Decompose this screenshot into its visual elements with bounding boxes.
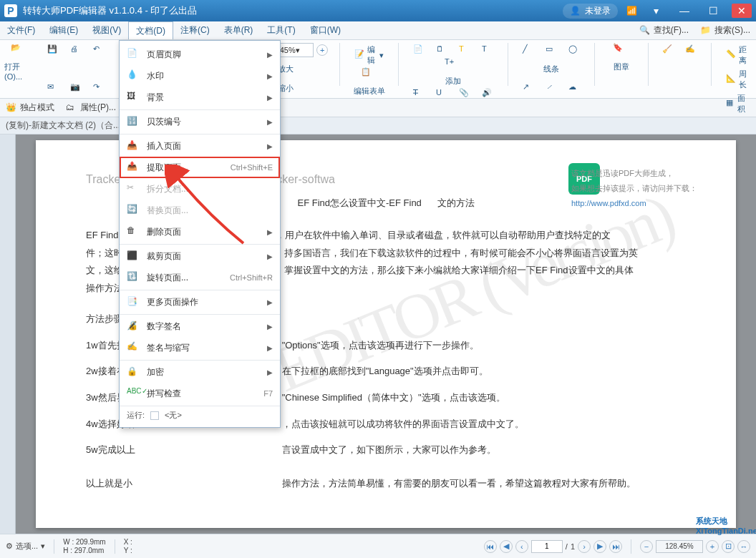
menu-item-sign-initials[interactable]: ✍ 签名与缩写 ▶	[120, 337, 280, 358]
menu-view[interactable]: 视图(V)	[85, 21, 128, 39]
shape-rect[interactable]: ▭	[543, 43, 560, 57]
menu-bar: 文件(F) 编辑(E) 视图(V) 文档(D) 注释(C) 表单(R) 工具(T…	[0, 21, 756, 40]
gear-icon: ⚙	[6, 542, 13, 551]
chevron-right-icon: ▶	[267, 323, 273, 331]
menu-edit[interactable]: 编辑(E)	[42, 21, 85, 39]
add-tool-button[interactable]: T+ 添加	[410, 57, 496, 87]
menu-window[interactable]: 窗口(W)	[303, 21, 348, 39]
options-button[interactable]: ⚙ 选项... ▾	[6, 541, 45, 552]
menu-item-background[interactable]: 🖼 背景 ▶	[120, 87, 280, 108]
zoom-in-btn[interactable]: +	[706, 540, 719, 553]
maximize-button[interactable]: ☐	[703, 4, 723, 18]
menu-item-replace-page[interactable]: 🔄 替换页面...	[120, 200, 280, 221]
close-button[interactable]: ✕	[732, 4, 752, 18]
perimeter-button[interactable]: 📐周长	[723, 67, 752, 92]
edit-form-button[interactable]: 📋 编辑表单	[352, 67, 387, 97]
scan-button[interactable]: 📷	[67, 81, 84, 95]
cloud-icon: ☁	[568, 82, 580, 94]
eraser-icon: 🧹	[662, 44, 674, 56]
tool-typewriter[interactable]: T	[479, 43, 496, 57]
menu-item-insert-page[interactable]: 📥 插入页面 ▶	[120, 134, 280, 157]
exclusive-mode-button[interactable]: 👑 独占模式	[6, 102, 54, 114]
shape-arrow[interactable]: ↗	[520, 81, 537, 95]
minimize-button[interactable]: —	[674, 4, 694, 18]
fit-page-btn[interactable]: ⊡	[722, 540, 735, 553]
eraser-button[interactable]: 🧹	[659, 43, 677, 57]
edit-icon: 📝	[354, 49, 364, 61]
chevron-right-icon: ▶	[267, 253, 273, 260]
menu-item-split-doc[interactable]: ✂ 拆分文档...	[120, 178, 280, 200]
stamp-button[interactable]: 🔖 图章	[606, 43, 636, 72]
tool-note[interactable]: 🗒	[433, 43, 450, 57]
email-button[interactable]: ✉	[44, 81, 62, 95]
menu-item-delete-page[interactable]: 🗑 删除页面 ▶	[120, 221, 280, 243]
search-button[interactable]: 📁 搜索(S)...	[694, 21, 756, 39]
shape-polyline[interactable]: ⟋	[543, 81, 560, 95]
wifi-icon: 📶	[626, 6, 637, 16]
menu-item-encrypt[interactable]: 🔒 加密 ▶	[120, 360, 280, 383]
menu-item-more-pages[interactable]: 📑 更多页面操作 ▶	[120, 290, 280, 313]
page-current-input[interactable]	[531, 540, 563, 553]
menu-document[interactable]: 文档(D)	[128, 21, 173, 39]
find-button[interactable]: 🔍 查找(F)...	[634, 21, 694, 39]
nav-prev[interactable]: ◀	[500, 540, 513, 553]
area-icon: ▦	[726, 98, 735, 109]
redo-button[interactable]: ↷	[90, 81, 107, 95]
zoom-in-round[interactable]: +	[316, 44, 328, 56]
tool-strikeout[interactable]: T̶	[410, 87, 427, 101]
shape-cloud[interactable]: ☁	[566, 81, 583, 95]
user-login[interactable]: 👤 未登录	[563, 4, 618, 19]
folder-open-icon: 📂	[11, 43, 28, 60]
nav-last[interactable]: ⏭	[609, 540, 622, 553]
zoom-display[interactable]: 128.45%	[656, 540, 703, 553]
sign-initials-icon: ✍	[127, 341, 140, 354]
chevron-down-icon: ▾	[41, 542, 45, 551]
tool-underline[interactable]: U	[433, 87, 450, 101]
distance-button[interactable]: 📏距离	[723, 43, 752, 67]
signature-button[interactable]: ✍	[682, 43, 699, 57]
tool-highlight[interactable]: T	[456, 43, 473, 57]
menu-item-extract-page[interactable]: 📤 提取页面... Ctrl+Shift+E	[120, 157, 280, 178]
edit-content-button[interactable]: 📝编辑 ▾	[352, 43, 387, 67]
extract-page-icon: 📤	[127, 161, 140, 174]
open-button[interactable]: 📂 打开(O)...	[4, 43, 34, 81]
generator-link[interactable]: http://www.pdfxd.com	[571, 199, 646, 207]
menu-file[interactable]: 文件(F)	[0, 21, 42, 39]
strikeout-icon: T̶	[413, 88, 425, 99]
shape-line[interactable]: ╱	[520, 43, 537, 57]
tool-text[interactable]: 📄	[410, 43, 427, 57]
menu-item-spellcheck[interactable]: ABC✓ 拼写检查 F7	[120, 383, 280, 404]
email-icon: ✉	[47, 82, 59, 94]
lines-button[interactable]: 线条	[520, 64, 583, 74]
tool-attach[interactable]: 📎	[456, 87, 473, 101]
menu-form[interactable]: 表单(R)	[217, 21, 261, 39]
undo-button[interactable]: ↶	[90, 43, 107, 57]
title-bar: P 转转大师PDF编辑器 v1.1.0.4 - 印了么出品 👤 未登录 📶 ▾ …	[0, 0, 756, 21]
left-sidebar[interactable]	[0, 134, 16, 534]
menu-item-digital-sign[interactable]: 🔏 数字签名 ▶	[120, 314, 280, 337]
window-dropdown-button[interactable]: ▾	[646, 4, 666, 18]
menu-item-bates[interactable]: 🔢 贝茨编号 ▶	[120, 109, 280, 132]
nav-back[interactable]: ‹	[515, 540, 528, 553]
properties-button[interactable]: 🗂 属性(P)...	[66, 102, 116, 114]
nav-next[interactable]: ▶	[593, 540, 606, 553]
fit-width-btn[interactable]: ↔	[737, 540, 750, 553]
print-button[interactable]: 🖨	[67, 43, 84, 57]
tool-sound[interactable]: 🔊	[479, 87, 496, 101]
save-button[interactable]: 💾	[44, 43, 62, 57]
zoom-out-btn[interactable]: −	[640, 540, 653, 553]
chevron-right-icon: ▶	[267, 228, 273, 236]
nav-fwd[interactable]: ›	[578, 540, 591, 553]
menu-comment[interactable]: 注释(C)	[173, 21, 217, 39]
menu-run-row[interactable]: 运行: <无>	[120, 406, 280, 424]
menu-item-crop-page[interactable]: ⬛ 裁剪页面 ▶	[120, 244, 280, 267]
menu-item-header-footer[interactable]: 📄 页眉页脚 ▶	[120, 44, 280, 65]
replace-page-icon: 🔄	[127, 204, 140, 217]
nav-first[interactable]: ⏮	[484, 540, 497, 553]
menu-tools[interactable]: 工具(T)	[260, 21, 302, 39]
document-tab[interactable]: (复制)-新建文本文档 (2)（合...	[6, 119, 120, 132]
shape-oval[interactable]: ◯	[566, 43, 583, 57]
menu-item-watermark[interactable]: 💧 水印 ▶	[120, 65, 280, 87]
menu-item-rotate-page[interactable]: 🔃 旋转页面... Ctrl+Shift+R	[120, 267, 280, 288]
area-button[interactable]: ▦面积	[723, 92, 752, 116]
